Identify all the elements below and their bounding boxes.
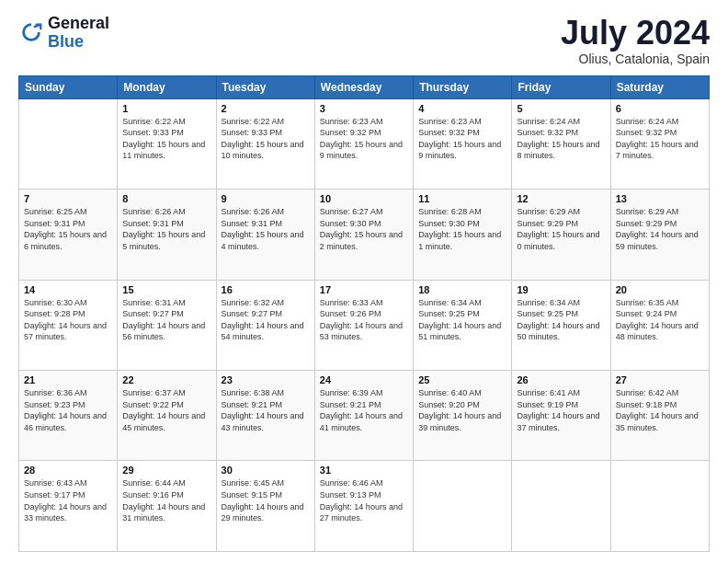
day-number: 23	[222, 374, 310, 385]
page: General Blue July 2024 Olius, Catalonia,…	[0, 0, 728, 563]
calendar-cell: 3Sunrise: 6:23 AMSunset: 9:32 PMDaylight…	[314, 98, 413, 189]
calendar-cell	[414, 461, 512, 552]
calendar-table: SundayMondayTuesdayWednesdayThursdayFrid…	[18, 75, 710, 552]
day-number: 13	[616, 193, 704, 204]
calendar-cell: 6Sunrise: 6:24 AMSunset: 9:32 PMDaylight…	[610, 98, 709, 189]
day-info: Sunrise: 6:28 AMSunset: 9:30 PMDaylight:…	[418, 206, 506, 252]
day-number: 30	[222, 465, 310, 476]
calendar-cell: 12Sunrise: 6:29 AMSunset: 9:29 PMDayligh…	[512, 190, 610, 280]
logo: General Blue	[18, 15, 109, 52]
header: General Blue July 2024 Olius, Catalonia,…	[18, 15, 710, 66]
weekday-header-sunday: Sunday	[19, 75, 118, 98]
calendar-cell: 29Sunrise: 6:44 AMSunset: 9:16 PMDayligh…	[118, 461, 216, 552]
calendar-cell: 15Sunrise: 6:31 AMSunset: 9:27 PMDayligh…	[118, 280, 216, 370]
day-number: 12	[517, 193, 605, 204]
weekday-header-row: SundayMondayTuesdayWednesdayThursdayFrid…	[19, 75, 710, 98]
day-info: Sunrise: 6:34 AMSunset: 9:25 PMDaylight:…	[517, 297, 605, 343]
calendar-cell: 23Sunrise: 6:38 AMSunset: 9:21 PMDayligh…	[216, 371, 314, 461]
day-number: 20	[616, 284, 704, 295]
day-info: Sunrise: 6:29 AMSunset: 9:29 PMDaylight:…	[616, 206, 704, 252]
day-info: Sunrise: 6:24 AMSunset: 9:32 PMDaylight:…	[517, 116, 605, 162]
day-number: 25	[418, 374, 506, 385]
calendar-cell: 7Sunrise: 6:25 AMSunset: 9:31 PMDaylight…	[19, 190, 118, 280]
day-info: Sunrise: 6:22 AMSunset: 9:33 PMDaylight:…	[222, 116, 310, 162]
logo-text: General Blue	[48, 15, 109, 52]
day-info: Sunrise: 6:25 AMSunset: 9:31 PMDaylight:…	[24, 206, 112, 252]
day-number: 31	[320, 465, 408, 476]
day-number: 27	[616, 374, 704, 385]
day-info: Sunrise: 6:36 AMSunset: 9:23 PMDaylight:…	[24, 387, 112, 433]
calendar-cell: 17Sunrise: 6:33 AMSunset: 9:26 PMDayligh…	[314, 280, 413, 370]
calendar-cell: 27Sunrise: 6:42 AMSunset: 9:18 PMDayligh…	[610, 371, 709, 461]
title-area: July 2024 Olius, Catalonia, Spain	[561, 15, 710, 66]
weekday-header-monday: Monday	[118, 75, 216, 98]
calendar-cell: 13Sunrise: 6:29 AMSunset: 9:29 PMDayligh…	[610, 190, 709, 280]
day-number: 16	[222, 284, 310, 295]
calendar-week-row: 1Sunrise: 6:22 AMSunset: 9:33 PMDaylight…	[19, 98, 710, 189]
day-info: Sunrise: 6:23 AMSunset: 9:32 PMDaylight:…	[320, 116, 408, 162]
day-number: 4	[418, 103, 506, 114]
day-info: Sunrise: 6:42 AMSunset: 9:18 PMDaylight:…	[616, 387, 704, 433]
day-info: Sunrise: 6:23 AMSunset: 9:32 PMDaylight:…	[418, 116, 506, 162]
day-info: Sunrise: 6:26 AMSunset: 9:31 PMDaylight:…	[222, 206, 310, 252]
calendar-week-row: 21Sunrise: 6:36 AMSunset: 9:23 PMDayligh…	[19, 371, 710, 461]
day-number: 14	[24, 284, 112, 295]
weekday-header-tuesday: Tuesday	[216, 75, 314, 98]
day-number: 19	[517, 284, 605, 295]
day-info: Sunrise: 6:35 AMSunset: 9:24 PMDaylight:…	[616, 297, 704, 343]
day-number: 11	[418, 193, 506, 204]
day-number: 1	[122, 103, 210, 114]
weekday-header-thursday: Thursday	[414, 75, 512, 98]
day-info: Sunrise: 6:24 AMSunset: 9:32 PMDaylight:…	[616, 116, 704, 162]
day-number: 8	[122, 193, 210, 204]
day-number: 15	[122, 284, 210, 295]
calendar-cell: 24Sunrise: 6:39 AMSunset: 9:21 PMDayligh…	[314, 371, 413, 461]
day-info: Sunrise: 6:34 AMSunset: 9:25 PMDaylight:…	[418, 297, 506, 343]
calendar-cell: 2Sunrise: 6:22 AMSunset: 9:33 PMDaylight…	[216, 98, 314, 189]
day-number: 28	[24, 465, 112, 476]
day-info: Sunrise: 6:32 AMSunset: 9:27 PMDaylight:…	[222, 297, 310, 343]
day-info: Sunrise: 6:22 AMSunset: 9:33 PMDaylight:…	[122, 116, 210, 162]
logo-blue: Blue	[48, 33, 109, 52]
day-number: 5	[517, 103, 605, 114]
calendar-cell: 26Sunrise: 6:41 AMSunset: 9:19 PMDayligh…	[512, 371, 610, 461]
calendar-cell: 4Sunrise: 6:23 AMSunset: 9:32 PMDaylight…	[414, 98, 512, 189]
day-info: Sunrise: 6:41 AMSunset: 9:19 PMDaylight:…	[517, 387, 605, 433]
calendar-cell: 16Sunrise: 6:32 AMSunset: 9:27 PMDayligh…	[216, 280, 314, 370]
calendar-week-row: 14Sunrise: 6:30 AMSunset: 9:28 PMDayligh…	[19, 280, 710, 370]
day-info: Sunrise: 6:43 AMSunset: 9:17 PMDaylight:…	[24, 477, 112, 523]
day-number: 9	[222, 193, 310, 204]
weekday-header-saturday: Saturday	[610, 75, 709, 98]
logo-general: General	[48, 15, 109, 33]
day-info: Sunrise: 6:37 AMSunset: 9:22 PMDaylight:…	[122, 387, 210, 433]
calendar-cell: 8Sunrise: 6:26 AMSunset: 9:31 PMDaylight…	[118, 190, 216, 280]
day-number: 6	[616, 103, 704, 114]
calendar-cell: 20Sunrise: 6:35 AMSunset: 9:24 PMDayligh…	[610, 280, 709, 370]
day-number: 2	[222, 103, 310, 114]
logo-icon	[18, 20, 44, 46]
weekday-header-wednesday: Wednesday	[314, 75, 413, 98]
day-info: Sunrise: 6:29 AMSunset: 9:29 PMDaylight:…	[517, 206, 605, 252]
day-number: 22	[122, 374, 210, 385]
day-info: Sunrise: 6:45 AMSunset: 9:15 PMDaylight:…	[222, 477, 310, 523]
day-info: Sunrise: 6:33 AMSunset: 9:26 PMDaylight:…	[320, 297, 408, 343]
day-info: Sunrise: 6:46 AMSunset: 9:13 PMDaylight:…	[320, 477, 408, 523]
day-info: Sunrise: 6:31 AMSunset: 9:27 PMDaylight:…	[122, 297, 210, 343]
day-info: Sunrise: 6:30 AMSunset: 9:28 PMDaylight:…	[24, 297, 112, 343]
day-number: 18	[418, 284, 506, 295]
day-info: Sunrise: 6:27 AMSunset: 9:30 PMDaylight:…	[320, 206, 408, 252]
calendar-cell: 18Sunrise: 6:34 AMSunset: 9:25 PMDayligh…	[414, 280, 512, 370]
calendar-cell	[512, 461, 610, 552]
day-number: 7	[24, 193, 112, 204]
day-number: 26	[517, 374, 605, 385]
calendar-cell: 11Sunrise: 6:28 AMSunset: 9:30 PMDayligh…	[414, 190, 512, 280]
calendar-week-row: 28Sunrise: 6:43 AMSunset: 9:17 PMDayligh…	[19, 461, 710, 552]
day-number: 3	[320, 103, 408, 114]
calendar-cell	[19, 98, 118, 189]
calendar-cell: 1Sunrise: 6:22 AMSunset: 9:33 PMDaylight…	[118, 98, 216, 189]
calendar-cell: 10Sunrise: 6:27 AMSunset: 9:30 PMDayligh…	[314, 190, 413, 280]
calendar-cell: 31Sunrise: 6:46 AMSunset: 9:13 PMDayligh…	[314, 461, 413, 552]
calendar-cell: 25Sunrise: 6:40 AMSunset: 9:20 PMDayligh…	[414, 371, 512, 461]
calendar-cell	[610, 461, 709, 552]
day-info: Sunrise: 6:39 AMSunset: 9:21 PMDaylight:…	[320, 387, 408, 433]
